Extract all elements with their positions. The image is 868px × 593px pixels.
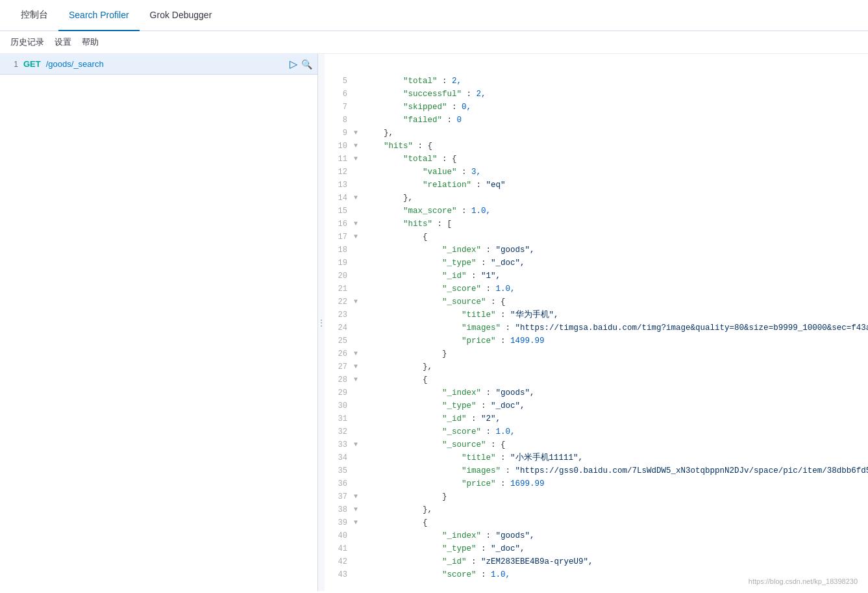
line-number: 6 (325, 88, 354, 101)
table-row: 38 }, (325, 503, 868, 516)
nav-item-grok-debugger[interactable]: Grok Debugger (140, 0, 223, 31)
help-button[interactable]: 帮助 (82, 36, 99, 48)
fold-toggle[interactable] (354, 503, 362, 516)
right-panel: 5 "total" : 2,6 "successful" : 2,7 "skip… (325, 54, 868, 591)
line-number: 33 (325, 438, 354, 451)
settings-button[interactable]: 设置 (55, 36, 71, 48)
table-row: 33 "_source" : { (325, 438, 868, 451)
code-content: "_source" : { (362, 296, 506, 309)
table-row: 14 }, (325, 192, 868, 205)
fold-toggle[interactable] (354, 140, 362, 153)
table-row: 13 "relation" : "eq" (325, 179, 868, 192)
line-number: 26 (325, 347, 354, 360)
table-row: 25 "price" : 1499.99 (325, 334, 868, 347)
table-row: 15 "max_score" : 1.0, (325, 205, 868, 218)
line-number: 32 (325, 425, 354, 438)
code-content: "_index" : "goods", (362, 529, 535, 542)
line-number: 18 (325, 244, 354, 257)
line-number: 16 (325, 218, 354, 231)
code-content: { (362, 231, 428, 244)
fold-toggle[interactable] (354, 516, 362, 529)
fold-toggle[interactable] (354, 438, 362, 451)
table-row: 42 "_id" : "zEM283EBE4B9a-qryeU9", (325, 555, 868, 568)
line-number: 43 (325, 568, 354, 581)
left-panel: 1 GET /goods/_search ▷ 🔍 (0, 54, 318, 591)
line-number: 15 (325, 205, 354, 218)
line-number: 7 (325, 101, 354, 114)
line-number: 22 (325, 296, 354, 309)
top-nav: 控制台 Search Profiler Grok Debugger (0, 0, 868, 31)
table-row: 21 "_score" : 1.0, (325, 283, 868, 296)
table-row: 31 "_id" : "2", (325, 412, 868, 425)
fold-toggle[interactable] (354, 192, 362, 205)
line-number: 34 (325, 451, 354, 464)
table-row: 27 }, (325, 360, 868, 373)
line-number: 5 (325, 75, 354, 88)
line-number: 38 (325, 503, 354, 516)
fold-toggle[interactable] (354, 360, 362, 373)
line-number: 9 (325, 127, 354, 140)
table-row: 8 "failed" : 0 (325, 114, 868, 127)
table-row: 22 "_source" : { (325, 296, 868, 309)
line-number: 42 (325, 555, 354, 568)
line-number: 24 (325, 322, 354, 334)
table-row: 30 "_type" : "_doc", (325, 399, 868, 412)
code-content: "_id" : "zEM283EBE4B9a-qryeU9", (362, 555, 593, 568)
line-number: 25 (325, 334, 354, 347)
code-content: "max_score" : 1.0, (362, 205, 491, 218)
fold-toggle[interactable] (354, 490, 362, 503)
table-row: 34 "title" : "小米手机11111", (325, 451, 868, 464)
code-content: "images" : "https://timgsa.baidu.com/tim… (362, 322, 868, 334)
code-content: "_index" : "goods", (362, 244, 535, 257)
code-content: "relation" : "eq" (362, 179, 506, 192)
fold-toggle[interactable] (354, 218, 362, 231)
fold-toggle[interactable] (354, 153, 362, 166)
table-row: 10 "hits" : { (325, 140, 868, 153)
line-number: 19 (325, 257, 354, 270)
nav-item-console[interactable]: 控制台 (10, 0, 58, 31)
line-number: 10 (325, 140, 354, 153)
table-row: 20 "_id" : "1", (325, 270, 868, 283)
code-content: "total" : { (362, 153, 457, 166)
table-row: 40 "_index" : "goods", (325, 529, 868, 542)
table-row: 9 }, (325, 127, 868, 140)
request-row: 1 GET /goods/_search ▷ 🔍 (0, 54, 317, 75)
code-content: } (362, 490, 447, 503)
main-layout: 1 GET /goods/_search ▷ 🔍 ⋮ 5 "total" : 2… (0, 54, 868, 591)
code-content: "score" : 1.0, (362, 568, 510, 581)
watermark: https://blog.csdn.net/kp_18398230 (749, 577, 858, 585)
table-row: 11 "total" : { (325, 153, 868, 166)
table-row: 26 } (325, 347, 868, 360)
request-method: GET (23, 59, 41, 69)
table-row: 37 } (325, 490, 868, 503)
inspect-button[interactable]: 🔍 (301, 59, 312, 69)
code-content: "images" : "https://gss0.baidu.com/7LsWd… (362, 464, 868, 477)
code-content: "title" : "华为手机", (362, 309, 559, 322)
table-row: 6 "successful" : 2, (325, 88, 868, 101)
fold-toggle[interactable] (354, 127, 362, 140)
line-number: 8 (325, 114, 354, 127)
table-row: 39 { (325, 516, 868, 529)
table-row: 12 "value" : 3, (325, 166, 868, 179)
panel-resizer[interactable]: ⋮ (318, 54, 325, 591)
code-content: "hits" : { (362, 140, 432, 153)
code-content: }, (362, 192, 413, 205)
run-button[interactable]: ▷ (290, 58, 297, 70)
code-content: "hits" : [ (362, 218, 452, 231)
fold-toggle[interactable] (354, 347, 362, 360)
code-content: "_type" : "_doc", (362, 399, 525, 412)
nav-item-search-profiler[interactable]: Search Profiler (58, 0, 140, 31)
line-number: 17 (325, 231, 354, 244)
table-row: 18 "_index" : "goods", (325, 244, 868, 257)
fold-toggle[interactable] (354, 231, 362, 244)
secondary-nav: 历史记录 设置 帮助 (0, 31, 868, 54)
history-button[interactable]: 历史记录 (10, 36, 44, 48)
table-row: 19 "_type" : "_doc", (325, 257, 868, 270)
fold-toggle[interactable] (354, 373, 362, 386)
code-area: 5 "total" : 2,6 "successful" : 2,7 "skip… (325, 54, 868, 584)
line-number: 14 (325, 192, 354, 205)
code-content: "_index" : "goods", (362, 386, 535, 399)
fold-toggle[interactable] (354, 296, 362, 309)
line-number: 40 (325, 529, 354, 542)
line-number: 37 (325, 490, 354, 503)
